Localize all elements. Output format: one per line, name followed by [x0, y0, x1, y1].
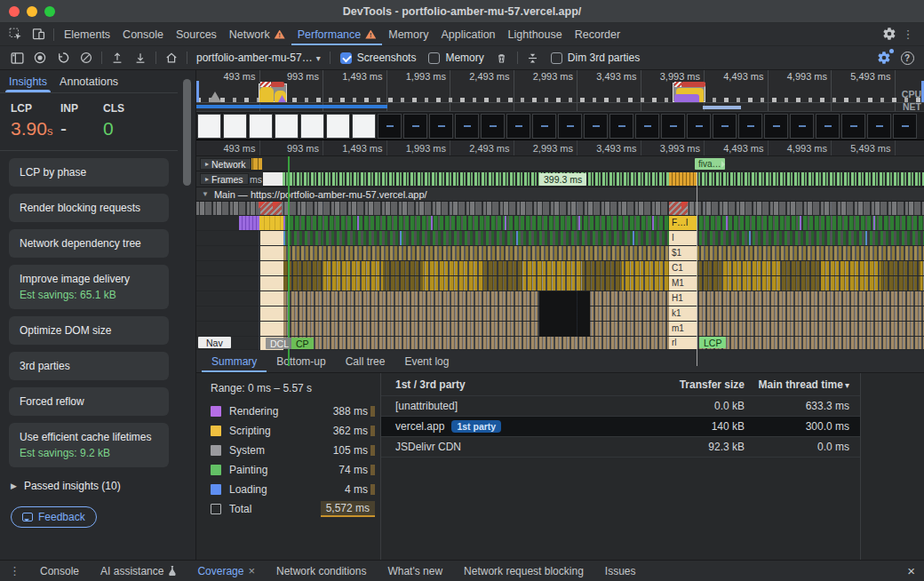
stack-frame-label[interactable]: C1	[669, 261, 697, 276]
minimize-window-button[interactable]	[27, 6, 37, 17]
insight-card-lcp-by-phase[interactable]: LCP by phase	[9, 158, 169, 187]
feedback-button[interactable]: Feedback	[11, 506, 97, 528]
screenshot-frame[interactable]	[300, 114, 324, 139]
network-request-pill[interactable]: fiva…	[695, 158, 725, 170]
capture-settings-gear-icon[interactable]	[872, 47, 896, 68]
screenshot-frame[interactable]	[687, 114, 711, 139]
home-icon[interactable]	[160, 47, 183, 68]
drawer-kebab-icon[interactable]: ⋮	[9, 564, 20, 577]
stack-frame-label[interactable]: M1	[669, 276, 697, 291]
upload-profile-icon[interactable]	[106, 47, 129, 68]
screenshot-frame[interactable]	[506, 114, 530, 139]
screenshot-frame[interactable]	[403, 114, 427, 139]
stack-frame-label[interactable]: F…l	[669, 216, 697, 231]
nav-marker[interactable]: Nav	[198, 337, 231, 348]
page-selector-dropdown[interactable]: portfolio-amber-mu-57… ▾	[191, 52, 326, 64]
tab-lighthouse[interactable]: Lighthouse	[502, 23, 569, 45]
stack-frame-label[interactable]: H1	[669, 291, 697, 306]
sidebar-tab-annotations[interactable]: Annotations	[60, 70, 118, 92]
col-party-header[interactable]: 1st / 3rd party	[381, 378, 647, 391]
dim-3rd-parties-checkbox[interactable]	[551, 52, 562, 64]
screenshot-frame[interactable]	[609, 114, 633, 139]
maximize-window-button[interactable]	[44, 6, 55, 17]
tab-call-tree[interactable]: Call tree	[336, 350, 395, 372]
close-icon[interactable]: ×	[248, 564, 255, 577]
screenshot-frame[interactable]	[275, 114, 299, 139]
toggle-sidebar-icon[interactable]	[5, 47, 28, 68]
screenshot-frame[interactable]	[249, 114, 273, 139]
insight-card-forced-reflow[interactable]: Forced reflow	[9, 387, 169, 416]
fcp-marker[interactable]: CP	[291, 338, 314, 349]
table-row[interactable]: JSDelivr CDN92.3 kB0.0 ms	[381, 437, 860, 458]
drawer-tab-ai-assistance[interactable]: AI assistance	[90, 561, 187, 581]
stack-frame-label[interactable]: $1	[669, 246, 697, 261]
close-window-button[interactable]	[9, 6, 20, 17]
screenshot-frame[interactable]	[223, 114, 247, 139]
screenshot-frame[interactable]	[713, 114, 737, 139]
tab-event-log[interactable]: Event log	[394, 350, 458, 372]
tab-console[interactable]: Console	[116, 23, 170, 45]
record-button[interactable]	[28, 47, 52, 68]
drawer-tab-issues[interactable]: Issues	[594, 561, 647, 581]
screenshot-frame[interactable]	[352, 114, 376, 139]
network-track-toggle[interactable]: ▸ Network	[200, 158, 251, 170]
table-row[interactable]: [unattributed]0.0 kB633.3 ms	[381, 396, 860, 417]
tab-elements[interactable]: Elements	[58, 23, 116, 45]
stack-frame-label[interactable]: I	[669, 231, 697, 246]
tab-bottom-up[interactable]: Bottom-up	[267, 350, 335, 372]
minimap-left-handle[interactable]	[196, 81, 199, 102]
screenshot-frame[interactable]	[558, 114, 582, 139]
memory-checkbox-row[interactable]: Memory	[422, 52, 490, 64]
screenshot-frame[interactable]	[867, 114, 891, 139]
screenshot-frame[interactable]	[584, 114, 608, 139]
memory-checkbox[interactable]	[428, 52, 440, 64]
download-profile-icon[interactable]	[129, 47, 152, 68]
device-toolbar-icon[interactable]	[27, 23, 50, 45]
tab-network[interactable]: Network!	[223, 23, 291, 45]
stack-frame-label[interactable]: m1	[669, 322, 697, 337]
collect-garbage-icon[interactable]	[490, 47, 514, 68]
insight-card-3rd-parties[interactable]: 3rd parties	[9, 352, 169, 380]
insight-card-network-dependency-tree[interactable]: Network dependency tree	[9, 229, 169, 258]
tab-performance[interactable]: Performance!	[291, 23, 383, 45]
lcp-marker[interactable]: LCP	[699, 337, 726, 348]
dim-3rd-parties-checkbox-row[interactable]: Dim 3rd parties	[545, 52, 646, 64]
insight-card-use-efficient-cache-lifetimes[interactable]: Use efficient cache lifetimesEst savings…	[9, 423, 169, 467]
col-time-header[interactable]: Main thread time▾	[745, 378, 860, 391]
drawer-tab-network-request-blocking[interactable]: Network request blocking	[453, 561, 594, 581]
main-thread-header[interactable]: ▼ Main — https://portfolio-amber-mu-57.v…	[196, 187, 924, 202]
help-icon[interactable]: ?	[896, 47, 919, 68]
sidebar-scrollbar[interactable]	[178, 70, 196, 560]
collapse-tracks-icon[interactable]	[522, 47, 545, 68]
screenshots-checkbox-row[interactable]: Screenshots	[334, 52, 423, 64]
screenshot-frame[interactable]	[532, 114, 556, 139]
screenshot-frame[interactable]	[197, 114, 221, 139]
screenshot-frame[interactable]	[841, 114, 865, 139]
insight-card-improve-image-delivery[interactable]: Improve image deliveryEst savings: 65.1 …	[9, 265, 169, 309]
screenshot-frame[interactable]	[429, 114, 453, 139]
main-flame-chart[interactable]: F…lI$1C1M1H1k1m1rl Nav DCL CP LCP	[196, 202, 924, 350]
sidebar-tab-insights[interactable]: Insights	[9, 70, 47, 92]
settings-gear-icon[interactable]	[878, 23, 901, 44]
stack-frame-label[interactable]: k1	[669, 306, 697, 322]
reload-and-record-button[interactable]	[52, 47, 75, 68]
timeline-overview[interactable]: 493 ms993 ms1,493 ms1,993 ms2,493 ms2,99…	[196, 70, 924, 112]
screenshots-checkbox[interactable]	[340, 52, 352, 64]
stack-frame-label[interactable]: rl	[669, 337, 697, 350]
insight-card-optimize-dom-size[interactable]: Optimize DOM size	[9, 316, 169, 345]
screenshot-frame[interactable]	[661, 114, 685, 139]
more-options-kebab-icon[interactable]: ⋮	[901, 23, 924, 44]
tab-recorder[interactable]: Recorder	[569, 23, 626, 45]
screenshot-frame[interactable]	[893, 114, 917, 139]
screenshot-frame[interactable]	[326, 114, 350, 139]
screenshot-frame[interactable]	[481, 114, 505, 139]
frames-track[interactable]: ▸ Frames ms 399.3 ms	[196, 171, 924, 187]
network-track[interactable]: ▸ Network fiva…	[196, 156, 924, 171]
third-party-table[interactable]: 1st / 3rd party Transfer size Main threa…	[381, 373, 861, 560]
screenshot-frame[interactable]	[635, 114, 659, 139]
drawer-tab-what-s-new[interactable]: What's new	[377, 561, 453, 581]
drawer-tab-coverage[interactable]: Coverage×	[187, 561, 266, 581]
table-row[interactable]: vercel.app1st party140 kB300.0 ms	[381, 417, 860, 437]
screenshot-frame[interactable]	[816, 114, 840, 139]
col-size-header[interactable]: Transfer size	[647, 378, 745, 391]
